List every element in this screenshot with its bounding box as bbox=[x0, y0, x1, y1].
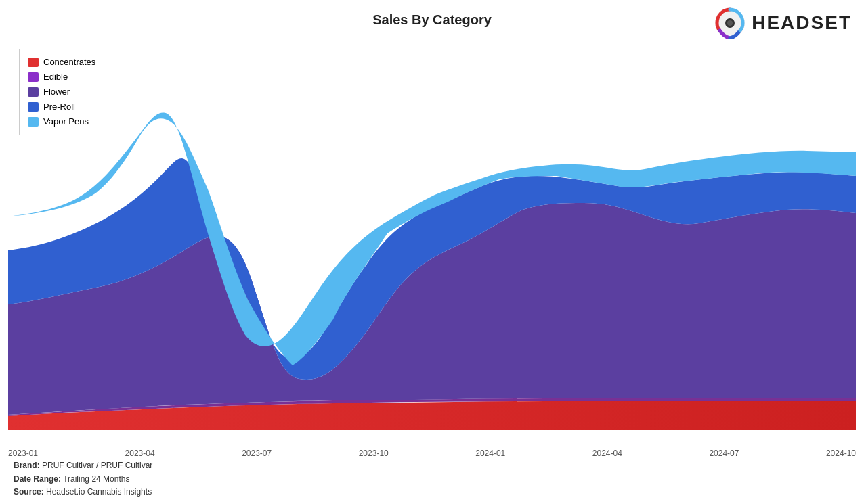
area-chart bbox=[8, 41, 856, 443]
x-label-0: 2023-01 bbox=[8, 449, 38, 458]
chart-container: Sales By Category HEADSET Concentrates E… bbox=[0, 0, 864, 504]
x-label-1: 2023-04 bbox=[125, 449, 155, 458]
brand-value: PRUF Cultivar / PRUF Cultivar bbox=[42, 461, 152, 470]
footer-date-range: Date Range: Trailing 24 Months bbox=[14, 473, 152, 486]
date-range-value: Trailing 24 Months bbox=[63, 474, 129, 484]
footer-info: Brand: PRUF Cultivar / PRUF Cultivar Dat… bbox=[14, 459, 152, 499]
footer-brand: Brand: PRUF Cultivar / PRUF Cultivar bbox=[14, 459, 152, 472]
x-label-3: 2023-10 bbox=[359, 449, 389, 458]
svg-point-2 bbox=[727, 20, 733, 26]
date-range-label: Date Range: bbox=[14, 474, 61, 484]
x-axis-labels: 2023-01 2023-04 2023-07 2023-10 2024-01 … bbox=[8, 449, 856, 458]
x-label-6: 2024-07 bbox=[709, 449, 739, 458]
headset-logo-icon bbox=[714, 7, 746, 39]
logo-text: HEADSET bbox=[752, 12, 852, 34]
x-label-7: 2024-10 bbox=[826, 449, 856, 458]
brand-label: Brand: bbox=[14, 461, 40, 470]
x-label-2: 2023-07 bbox=[242, 449, 272, 458]
source-value: Headset.io Cannabis Insights bbox=[46, 487, 152, 497]
footer-source: Source: Headset.io Cannabis Insights bbox=[14, 486, 152, 499]
logo-area: HEADSET bbox=[714, 7, 852, 39]
x-label-4: 2024-01 bbox=[475, 449, 505, 458]
x-label-5: 2024-04 bbox=[592, 449, 622, 458]
source-label: Source: bbox=[14, 487, 44, 497]
